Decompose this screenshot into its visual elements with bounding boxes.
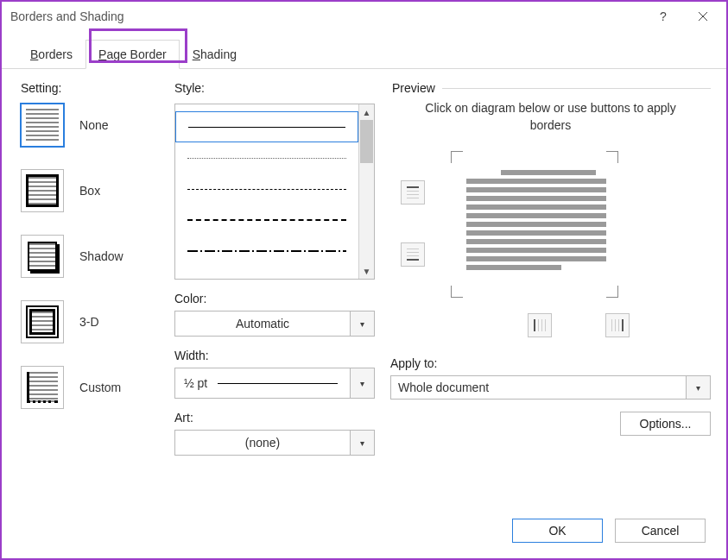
tab-shading[interactable]: Shading <box>180 40 250 69</box>
setting-custom[interactable]: Custom <box>21 366 159 409</box>
color-dropdown[interactable]: Automatic ▾ <box>174 311 375 337</box>
width-preview-line <box>218 383 338 384</box>
ok-button[interactable]: OK <box>512 519 603 543</box>
setting-box-label: Box <box>79 184 100 198</box>
svg-rect-15 <box>618 319 619 331</box>
svg-rect-5 <box>407 249 419 249</box>
width-label: Width: <box>174 349 375 362</box>
color-value: Automatic <box>175 317 350 330</box>
svg-rect-7 <box>407 255 419 256</box>
apply-to-value: Whole document <box>391 381 686 394</box>
setting-3d-label: 3-D <box>79 315 99 329</box>
svg-rect-13 <box>611 319 612 331</box>
svg-rect-4 <box>407 259 419 261</box>
style-solid[interactable] <box>175 111 358 142</box>
dialog-title: Borders and Shading <box>10 9 124 23</box>
style-label: Style: <box>174 81 375 95</box>
preview-group: Preview Click on diagram below or use bu… <box>390 81 711 356</box>
dialog-footer: OK Cancel <box>2 505 726 558</box>
scroll-thumb[interactable] <box>360 120 373 163</box>
tab-borders[interactable]: Borders <box>17 40 85 69</box>
svg-rect-3 <box>407 198 419 198</box>
tab-page-border[interactable]: Page Border <box>85 40 180 69</box>
options-button[interactable]: Options... <box>620 412 711 436</box>
svg-rect-10 <box>541 319 542 331</box>
border-right-button[interactable] <box>605 313 630 337</box>
apply-to-dropdown[interactable]: Whole document ▾ <box>390 375 711 400</box>
style-dashed-fine[interactable] <box>175 173 358 204</box>
art-value: (none) <box>175 436 350 450</box>
setting-shadow-label: Shadow <box>79 249 123 263</box>
setting-none[interactable]: None <box>21 104 159 147</box>
setting-3d-icon <box>21 300 64 343</box>
corner-marker <box>451 286 463 298</box>
setting-box-icon <box>21 169 64 212</box>
preview-hint: Click on diagram below or use buttons to… <box>390 95 711 151</box>
preview-diagram[interactable] <box>437 151 618 298</box>
setting-shadow-icon <box>21 235 64 278</box>
tab-strip: Borders Page Border Shading <box>2 31 726 69</box>
width-value: ½ pt <box>175 376 350 390</box>
corner-marker <box>451 151 463 163</box>
art-label: Art: <box>174 411 375 425</box>
color-label: Color: <box>174 292 375 305</box>
chevron-down-icon[interactable]: ▾ <box>350 311 374 336</box>
svg-rect-9 <box>538 319 539 331</box>
scroll-down-icon[interactable]: ▼ <box>359 263 374 279</box>
preview-text-lines <box>466 170 606 279</box>
chevron-down-icon[interactable]: ▾ <box>686 376 710 399</box>
svg-rect-8 <box>534 319 535 331</box>
style-listbox[interactable]: ▲ ▼ <box>174 104 375 280</box>
setting-custom-icon <box>21 366 64 409</box>
svg-rect-6 <box>407 252 419 253</box>
setting-3d[interactable]: 3-D <box>21 300 159 343</box>
setting-none-icon <box>21 104 64 147</box>
svg-rect-14 <box>615 319 616 331</box>
setting-none-label: None <box>79 118 108 132</box>
border-top-button[interactable] <box>401 180 425 204</box>
svg-rect-11 <box>545 319 546 331</box>
close-button[interactable] <box>683 3 723 30</box>
apply-to-label: Apply to: <box>390 356 711 370</box>
border-bottom-button[interactable] <box>401 242 425 267</box>
cancel-button[interactable]: Cancel <box>615 519 706 543</box>
style-dashed[interactable] <box>175 204 358 236</box>
borders-and-shading-dialog: Borders and Shading ? Borders Page Borde… <box>0 0 728 560</box>
style-dash-dot[interactable] <box>175 236 358 267</box>
style-options <box>175 104 358 279</box>
help-button[interactable]: ? <box>643 3 683 30</box>
chevron-down-icon[interactable]: ▾ <box>350 368 374 398</box>
scroll-up-icon[interactable]: ▲ <box>359 104 374 120</box>
svg-rect-2 <box>407 194 419 195</box>
svg-rect-0 <box>407 186 419 188</box>
titlebar: Borders and Shading ? <box>2 2 726 31</box>
art-dropdown[interactable]: (none) ▾ <box>174 430 375 456</box>
chevron-down-icon[interactable]: ▾ <box>350 431 374 455</box>
corner-marker <box>606 151 618 163</box>
border-left-button[interactable] <box>528 313 552 337</box>
corner-marker <box>606 286 618 298</box>
svg-rect-1 <box>407 191 419 192</box>
setting-custom-label: Custom <box>79 381 121 394</box>
svg-rect-12 <box>622 319 624 331</box>
style-scrollbar[interactable]: ▲ ▼ <box>358 104 374 279</box>
style-dotted[interactable] <box>175 142 358 173</box>
width-dropdown[interactable]: ½ pt ▾ <box>174 368 375 399</box>
preview-label: Preview <box>390 81 442 95</box>
setting-box[interactable]: Box <box>21 169 159 212</box>
setting-label: Setting: <box>21 81 159 95</box>
setting-shadow[interactable]: Shadow <box>21 235 159 278</box>
